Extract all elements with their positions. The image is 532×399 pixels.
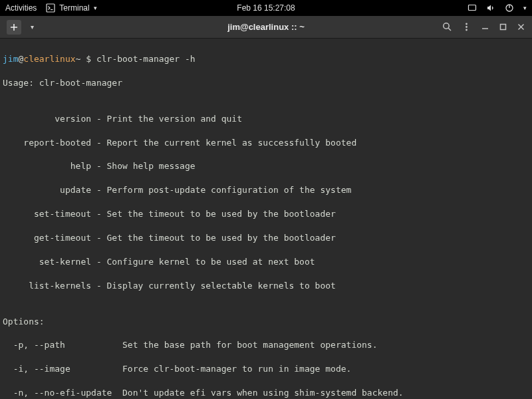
power-icon[interactable] [505,3,514,13]
svg-rect-1 [469,5,476,11]
svg-point-5 [466,26,467,28]
chevron-down-icon[interactable]: ▾ [523,5,527,11]
close-button[interactable] [517,23,525,31]
menu-icon[interactable] [462,22,471,32]
output-line: -p, --path Set the base path for boot ma… [3,339,529,351]
output-line: version - Print the version and quit [3,113,529,125]
app-menu-label: Terminal [59,3,89,13]
output-line: set-timeout - Set the timeout to be used… [3,208,529,220]
volume-icon[interactable] [486,3,495,13]
window-title: jim@clearlinux :: ~ [227,22,305,32]
terminal-icon [46,3,55,13]
output-line: Options: [3,316,529,328]
svg-point-6 [466,29,467,31]
new-tab-menu-arrow[interactable]: ▾ [31,23,34,31]
output-line: Usage: clr-boot-manager [3,77,529,89]
prompt-host: clearlinux [23,54,75,64]
new-tab-button[interactable] [7,20,21,35]
output-line: -n, --no-efi-update Don't update efi var… [3,387,529,399]
minimize-button[interactable] [481,23,489,31]
terminal-window: ▾ jim@clearlinux :: ~ jim@clearlinux~ $ … [0,16,532,399]
output-line: help - Show help message [3,160,529,172]
title-bar: ▾ jim@clearlinux :: ~ [0,16,532,39]
prompt-line: jim@clearlinux~ $ clr-boot-manager -h [3,53,529,65]
output-line: update - Perform post-update configurati… [3,184,529,196]
output-line: report-booted - Report the current kerne… [3,137,529,149]
svg-rect-0 [47,4,55,12]
app-menu[interactable]: Terminal ▾ [46,3,96,13]
terminal-viewport[interactable]: jim@clearlinux~ $ clr-boot-manager -h Us… [0,39,532,399]
gnome-top-bar: Activities Terminal ▾ Feb 16 15:27:08 ▾ [0,0,532,16]
activities-button[interactable]: Activities [5,3,37,13]
output-line: set-kernel - Configure kernel to be used… [3,256,529,268]
screen-icon[interactable] [467,3,477,13]
prompt-user: jim [3,54,18,64]
chevron-down-icon: ▾ [94,5,97,11]
search-icon[interactable] [442,22,452,32]
output-line: get-timeout - Get the timeout to be used… [3,232,529,244]
svg-point-3 [444,23,449,29]
svg-rect-7 [501,25,506,30]
svg-point-4 [466,23,467,25]
clock[interactable]: Feb 16 15:27:08 [237,3,295,13]
maximize-button[interactable] [499,23,507,31]
output-line: -i, --image Force clr-boot-manager to ru… [3,363,529,375]
output-line: list-kernels - Display currently selecta… [3,280,529,292]
plus-icon [10,23,18,31]
command: clr-boot-manager -h [96,54,196,64]
